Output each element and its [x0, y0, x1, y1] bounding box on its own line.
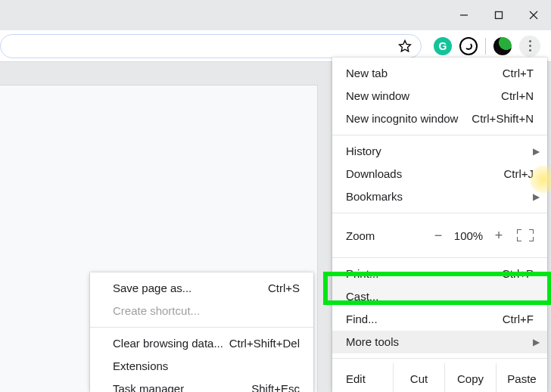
menu-separator [332, 257, 547, 258]
menu-incognito[interactable]: New incognito windowCtrl+Shift+N [332, 107, 547, 130]
svg-marker-4 [400, 40, 411, 51]
menu-more-tools[interactable]: More tools▶ [332, 331, 547, 353]
toolbar-divider [485, 38, 486, 54]
edit-copy[interactable]: Copy [444, 363, 496, 392]
zoom-value: 100% [449, 229, 488, 242]
maximize-button[interactable] [481, 0, 516, 30]
menu-separator [332, 358, 547, 359]
edit-cut[interactable]: Cut [393, 363, 444, 392]
menu-print[interactable]: Print...Ctrl+P [332, 263, 547, 285]
menu-cast[interactable]: Cast... [332, 285, 547, 308]
submenu-task-manager[interactable]: Task managerShift+Esc [90, 378, 313, 392]
zoom-in-button[interactable]: + [488, 228, 509, 244]
spiral-extension-icon[interactable] [459, 37, 478, 55]
submenu-extensions[interactable]: Extensions [90, 355, 313, 378]
menu-separator [332, 135, 547, 135]
omnibox[interactable] [0, 34, 422, 58]
menu-zoom-row: Zoom − 100% + [332, 218, 547, 253]
window-controls [447, 0, 551, 30]
zoom-label: Zoom [346, 229, 428, 242]
chevron-right-icon: ▶ [533, 331, 540, 353]
menu-downloads[interactable]: DownloadsCtrl+J [332, 163, 547, 185]
menu-new-tab[interactable]: New tabCtrl+T [332, 62, 547, 85]
chrome-menu-button[interactable] [519, 36, 540, 57]
extension-icons: G [426, 36, 551, 57]
minimize-button[interactable] [447, 0, 481, 30]
close-button[interactable] [516, 0, 551, 30]
zoom-out-button[interactable]: − [428, 228, 449, 244]
chrome-main-menu: New tabCtrl+T New windowCtrl+N New incog… [332, 58, 547, 392]
edit-label: Edit [332, 372, 393, 385]
menu-bookmarks[interactable]: Bookmarks▶ [332, 185, 547, 208]
svg-rect-1 [496, 12, 503, 19]
submenu-save-page[interactable]: Save page as...Ctrl+S [90, 277, 313, 300]
more-tools-submenu: Save page as...Ctrl+S Create shortcut...… [90, 272, 313, 392]
bookmark-star-icon[interactable] [398, 39, 412, 53]
menu-separator [332, 213, 547, 213]
chevron-right-icon: ▶ [533, 185, 540, 208]
submenu-create-shortcut: Create shortcut... [90, 300, 313, 322]
grammarly-icon[interactable]: G [434, 37, 452, 55]
menu-new-window[interactable]: New windowCtrl+N [332, 85, 547, 107]
submenu-clear-data[interactable]: Clear browsing data...Ctrl+Shift+Del [90, 332, 313, 355]
menu-history[interactable]: History▶ [332, 140, 547, 163]
edit-paste[interactable]: Paste [496, 363, 547, 392]
chevron-right-icon: ▶ [533, 140, 540, 163]
menu-separator [90, 327, 313, 328]
menu-edit-row: Edit Cut Copy Paste [332, 363, 547, 392]
menu-find[interactable]: Find...Ctrl+F [332, 308, 547, 331]
profile-avatar[interactable] [493, 37, 512, 55]
fullscreen-icon[interactable] [517, 229, 534, 241]
